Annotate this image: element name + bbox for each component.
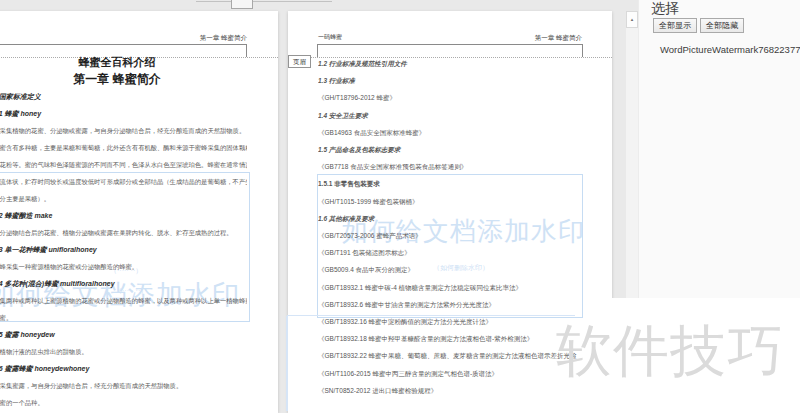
word-document-window: 第一章 蜂蜜简介 蜂蜜全百科介绍 第一章 蜂蜜简介 1.1 国家标准定义 1.1… — [0, 0, 800, 413]
document-text-line: 《GB/T20573-2006 蜜蜂产品术语》 — [318, 227, 592, 244]
page-header-right: 第一章 蜂蜜简介 — [535, 33, 582, 42]
document-text-line: 《GH/T1015-1999 蜂蜜包装钢桶》 — [318, 193, 592, 210]
header-underline — [0, 44, 247, 45]
show-all-button[interactable]: 全部显示 — [653, 18, 697, 33]
document-text-line: 自身分泌物结合后的花蜜、植物分泌物或蜜露在巢脾内转化、脱水、贮存至成熟的过程。 — [0, 224, 247, 241]
document-text-line: 《GH/T18796-2012 蜂蜜》 — [318, 89, 592, 106]
document-text-line: 纯蜂蜜含有多种糖，主要是果糖和葡萄糖，此外还含有有机酸、酶和来源于蜜蜂采集的固体… — [0, 139, 247, 156]
document-text-line: 1.1.6 蜜露蜂蜜 honeydewhoney — [0, 360, 247, 377]
branding-watermark: 软件技巧 — [556, 320, 784, 382]
document-text-line: 《GB/T18932.1 蜂蜜中碳-4 植物糖含量测定方法稳定碳同位素比率法》 — [318, 279, 592, 296]
document-text-line: 《GB/T18932.16 蜂蜜中淀粉酶值的测定方法分光光度计法》 — [318, 313, 592, 330]
document-text-line: 1.3 行业标准 — [318, 72, 592, 89]
document-text-line: 蜜蜂采集蜜露，与自身分泌物结合后，经充分酿造而成的天然甜物质。 — [0, 377, 247, 394]
document-text-line: 晶部分主要是果糖）。 — [0, 190, 247, 207]
document-text-line: 1.5.1 非零售包装要求 — [318, 175, 592, 192]
page-2-body: 1.2 行业标准及规范性引用文件 1.3 行业标准 《GH/T18796-201… — [318, 55, 592, 399]
scroll-up-button[interactable]: ▴ — [626, 11, 638, 28]
document-text-line: 指采集两种或两种以上蜜源植物的花蜜或分泌物酿造的蜂蜜，以及两种或两种以上单一植物… — [0, 292, 247, 309]
document-text-line: 《GB5009.4 食品中灰分的测定》 — [318, 261, 592, 278]
hide-all-button[interactable]: 全部隐藏 — [700, 18, 744, 33]
document-text-line: 《GB/T191 包装储运图示标志》 — [318, 244, 592, 261]
header-underline — [317, 44, 583, 45]
document-text-line: 是蜂蜜的一个品种。 — [0, 394, 247, 411]
page-1-body: 蜂蜜全百科介绍 第一章 蜂蜜简介 1.1 国家标准定义 1.1.1 蜂蜜 hon… — [0, 54, 247, 411]
document-text-line: 1.1.2 蜂蜜酿造 make — [0, 207, 247, 224]
document-text-line: 《GH/T1106-2015 蜂蜜中丙三醇含量的测定气相色谱-质谱法》 — [318, 365, 592, 382]
cropped-ruler-fragment — [231, 0, 253, 9]
document-text-line: 1.1.4 多花种(混合)蜂蜜 multifloralhoney — [0, 275, 247, 292]
document-text-line: 蜜蜂采集植物的花蜜、分泌物或蜜露，与自身分泌物结合后，经充分酿造而成的天然甜物质… — [0, 122, 247, 139]
document-text-line: 1.6 其他标准及要求 — [318, 210, 592, 227]
document-text-line: 混合蜜。 — [0, 309, 247, 326]
document-text-line: 1.1.1 蜂蜜 honey — [0, 105, 247, 122]
selection-pane-item[interactable]: WordPictureWatermark76822377 — [660, 44, 800, 55]
document-text-line: 例如花粉等。蜜的气味和色泽随蜜源的不同而不同，色泽从水白色至深琥珀色。蜂蜜在通常… — [0, 156, 247, 173]
document-text-line: 《GB/T18932.6 蜂蜜中甘油含量的测定方法紫外分光光度法》 — [318, 296, 592, 313]
picture-watermark-edge — [286, 316, 288, 411]
page-header-left: 一码蜂蜜 — [318, 33, 342, 42]
document-page-1: 第一章 蜂蜜简介 蜂蜜全百科介绍 第一章 蜂蜜简介 1.1 国家标准定义 1.1… — [0, 11, 278, 413]
header-area-tag: 页眉 — [288, 55, 311, 68]
document-text-line: 指蜜蜂采集一种蜜源植物的花蜜或分泌物酿造的蜂蜜。 — [0, 258, 247, 275]
selection-pane-title: 选择 — [651, 0, 679, 18]
document-text-line: 蜂蜜全百科介绍 — [0, 54, 247, 71]
document-text-line: 吸食植物汁液的昆虫排出的甜物质。 — [0, 343, 247, 360]
document-text-line: 1.1 国家标准定义 — [0, 88, 247, 105]
document-text-line: 《GB7718 食品安全国家标准预包装食品标签通则》 — [318, 158, 592, 175]
document-text-line: 《GB/T18932.22 蜂蜜中果糖、葡萄糖、蔗糖、麦芽糖含量的测定方法液相色… — [318, 347, 592, 364]
document-text-line: 下呈流体状，贮存时间较长或温度较低时可形成部分或全部结晶（生成结晶的是葡萄糖，不… — [0, 173, 247, 190]
document-text-line: 第一章 蜂蜜简介 — [0, 71, 247, 88]
document-text-line: 《GB14963 食品安全国家标准蜂蜜》 — [318, 124, 592, 141]
selection-pane-item-list: WordPictureWatermark76822377 — [660, 44, 800, 55]
document-text-line: 1.2 行业标准及规范性引用文件 — [318, 55, 592, 72]
document-text-line: 1.1.5 蜜露 honeydew — [0, 326, 247, 343]
page-header-right: 第一章 蜂蜜简介 — [200, 33, 247, 42]
document-text-line: 1.1.3 单一花种蜂蜜 unifloralhoney — [0, 241, 247, 258]
document-text-line: 1.4 安全卫生要求 — [318, 107, 592, 124]
document-text-line: 《GB/T18932.18 蜂蜜中羟甲基糠醛含量的测定方法液相色谱-紫外检测法》 — [318, 330, 592, 347]
document-text-line: 1.5 产品命名及包装标志要求 — [318, 141, 592, 158]
cropped-ruler-line — [196, 1, 332, 2]
document-text-line: 《SN/T0852-2012 进出口蜂蜜检验规程》 — [318, 382, 592, 399]
selection-pane-buttons: 全部显示 全部隐藏 — [653, 18, 744, 33]
scroll-up-icon: ▴ — [631, 16, 634, 22]
